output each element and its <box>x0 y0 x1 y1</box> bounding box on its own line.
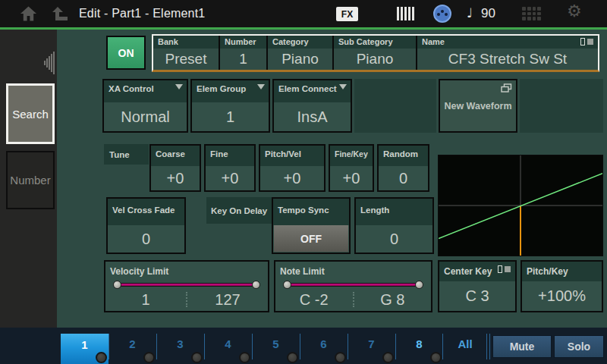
elem-group-cell[interactable]: Elem Group 1 <box>190 79 270 133</box>
top-bar: Edit - Part1 - Element1 FX ♩ 90 ⚙ <box>0 0 607 27</box>
tab-element-7[interactable]: 7 <box>348 328 395 364</box>
solo-button[interactable]: Solo <box>554 335 604 358</box>
element-on-button[interactable]: ON <box>106 36 146 70</box>
element-state-led <box>191 352 203 363</box>
note-limit-slider[interactable] <box>283 281 423 289</box>
settings-gear-icon[interactable]: ⚙ <box>567 2 582 20</box>
vel-cross-fade-cell[interactable]: Vel Cross Fade 0 <box>106 197 186 254</box>
pitch-key-graph <box>438 155 603 256</box>
tempo-sync-cell[interactable]: Tempo Sync OFF <box>272 197 351 254</box>
name-field[interactable]: Name CF3 Stretch Sw St <box>416 36 598 70</box>
keyboard-entry-icon[interactable] <box>580 38 594 46</box>
slider-handle-low[interactable] <box>283 281 291 289</box>
tab-element-3[interactable]: 3 <box>156 328 204 364</box>
quarter-note-icon: ♩ <box>467 5 473 20</box>
empty-cell <box>354 79 436 133</box>
fine-key-cell[interactable]: Fine/Key +0 <box>329 144 374 192</box>
pad-grid-icon[interactable] <box>522 7 541 20</box>
number-button[interactable]: Number <box>6 151 55 209</box>
tune-fine-cell[interactable]: Fine +0 <box>204 144 256 192</box>
pitch-key-cell[interactable]: Pitch/Key +100% <box>521 260 603 312</box>
part-name-strip[interactable]: Bank Preset Number 1 Category Piano Sub … <box>152 34 599 72</box>
pitch-vel-cell[interactable]: Pitch/Vel +0 <box>259 144 326 192</box>
tune-coarse-cell[interactable]: Coarse +0 <box>149 144 201 192</box>
note-limit-low[interactable]: C -2 <box>275 290 353 309</box>
element-state-led <box>430 352 442 363</box>
tab-element-4[interactable]: 4 <box>204 328 252 364</box>
slider-handle-high[interactable] <box>252 281 260 289</box>
velocity-limit-slider[interactable] <box>113 281 260 289</box>
note-limit-cell[interactable]: Note Limit C -2 G 8 <box>274 260 432 312</box>
random-cell[interactable]: Random 0 <box>377 144 429 192</box>
tab-element-6[interactable]: 6 <box>300 328 348 364</box>
velocity-limit-low[interactable]: 1 <box>105 290 186 309</box>
bank-field[interactable]: Bank Preset <box>153 36 219 70</box>
keyboard-entry-icon[interactable] <box>498 265 511 273</box>
velocity-limit-cell[interactable]: Velocity Limit 1 127 <box>104 260 269 312</box>
return-up-icon[interactable] <box>50 5 68 22</box>
piano-keyboard-icon[interactable] <box>397 7 416 20</box>
empty-cell <box>520 79 603 133</box>
dropdown-arrow-icon <box>339 84 347 89</box>
tab-element-8[interactable]: 8 <box>395 328 443 364</box>
page-title: Edit - Part1 - Element1 <box>79 7 205 20</box>
element-state-led <box>96 352 107 363</box>
element-tab-bar: 1 2 3 4 5 6 7 8 <box>0 328 607 364</box>
dropdown-arrow-icon <box>257 84 265 89</box>
home-icon[interactable] <box>20 5 37 22</box>
synth-element-edit-screen: Edit - Part1 - Element1 FX ♩ 90 ⚙ Search… <box>0 0 607 364</box>
category-field[interactable]: Category Piano <box>266 36 332 70</box>
element-state-led <box>239 352 250 363</box>
tempo-value[interactable]: 90 <box>481 6 495 21</box>
edit-panel: ON Bank Preset Number 1 Category Piano S… <box>57 30 607 328</box>
mute-button[interactable]: Mute <box>492 335 552 358</box>
left-sidebar: Search Number <box>0 30 57 328</box>
tab-all[interactable]: All <box>442 328 488 364</box>
slider-handle-high[interactable] <box>415 281 423 289</box>
tune-group-label: Tune <box>104 144 149 165</box>
element-state-led <box>287 352 298 363</box>
xa-control-cell[interactable]: XA Control Normal <box>102 79 188 133</box>
slider-handle-low[interactable] <box>113 281 121 289</box>
fx-button[interactable]: FX <box>336 7 358 21</box>
drawer-handle-icon[interactable] <box>43 51 55 75</box>
dropdown-arrow-icon <box>175 84 183 89</box>
search-button[interactable]: Search <box>6 83 55 144</box>
tab-element-2[interactable]: 2 <box>109 328 156 364</box>
tempo-sync-off-button[interactable]: OFF <box>274 225 348 252</box>
midi-connector-icon[interactable] <box>433 5 451 23</box>
elem-connect-cell[interactable]: Elem Connect InsA <box>272 79 352 133</box>
note-limit-high[interactable]: G 8 <box>354 290 432 309</box>
sub-category-field[interactable]: Sub Category Piano <box>332 36 416 70</box>
tab-element-1[interactable]: 1 <box>61 334 109 364</box>
element-state-led <box>143 352 155 363</box>
tab-element-5[interactable]: 5 <box>252 328 300 364</box>
key-on-delay-label: Key On Delay <box>206 197 272 224</box>
number-field[interactable]: Number 1 <box>219 36 266 70</box>
new-waveform-button[interactable]: New Waveform <box>439 79 517 133</box>
center-key-cell[interactable]: Center Key C 3 <box>438 260 517 312</box>
length-cell[interactable]: Length 0 <box>354 197 434 254</box>
element-state-led <box>382 352 394 363</box>
element-state-led <box>335 352 346 363</box>
velocity-limit-high[interactable]: 127 <box>187 290 268 309</box>
